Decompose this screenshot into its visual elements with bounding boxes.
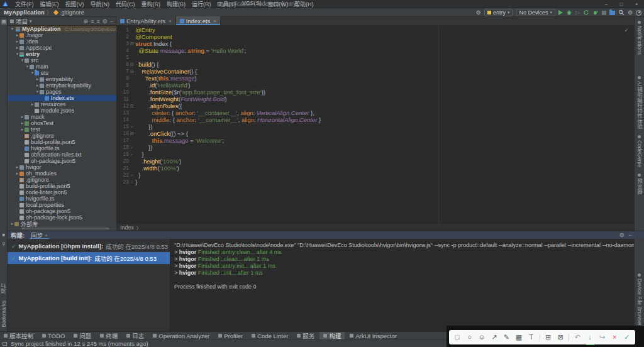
layout-icon[interactable] — [3, 342, 7, 346]
device-file-manager-button[interactable] — [609, 11, 615, 15]
account-avatar[interactable] — [636, 10, 641, 16]
code-line[interactable]: 20 .height('100%') — [116, 158, 634, 165]
pen-tool[interactable]: ✎ — [502, 330, 511, 344]
minimize-button[interactable]: – — [599, 0, 614, 8]
fold-marker[interactable]: ⌐ — [129, 172, 135, 179]
tree-arrow-icon[interactable]: ▸ — [20, 114, 25, 119]
tree-item[interactable]: ▸AppScope — [8, 45, 116, 51]
share-tool[interactable]: ↪ — [598, 330, 606, 344]
tool-window-button-服务[interactable]: 服务 — [293, 332, 318, 340]
tree-item[interactable]: ▸.hvigor — [8, 32, 116, 38]
breadcrumb-struct[interactable]: Index — [120, 224, 134, 231]
code-line[interactable]: 9 .id('HelloWorld') — [116, 82, 634, 89]
right-strip-item-AI辅助编程特性体验[interactable]: AI辅助编程特性体验 — [636, 76, 643, 129]
breadcrumb-project[interactable]: MyApplication — [4, 9, 45, 16]
code-line[interactable]: 15⌐ }) — [116, 123, 634, 130]
tree-item[interactable]: build-profile.json5 — [8, 183, 116, 189]
tree-arrow-icon[interactable]: ▸ — [30, 102, 35, 107]
code-line[interactable]: 4 @State message: string = 'Hello World'… — [116, 47, 634, 54]
tree-arrow-icon[interactable]: ▾ — [30, 70, 35, 75]
tool-window-button-版本控制[interactable]: 版本控制 — [0, 332, 37, 340]
tree-item[interactable]: ▸ohosTest — [8, 120, 116, 126]
text-tool[interactable]: T — [527, 330, 535, 344]
tree-arrow-icon[interactable]: ▸ — [35, 83, 40, 88]
stop-button[interactable] — [602, 11, 606, 15]
right-strip-item-CodeGenie[interactable]: CodeGenie — [636, 135, 643, 167]
tree-arrow-icon[interactable]: ▸ — [15, 165, 19, 170]
mosaic-tool[interactable]: ▦ — [514, 330, 523, 344]
code-line[interactable]: 19⌐ } — [116, 151, 634, 158]
rectangle-tool[interactable]: □ — [453, 330, 462, 344]
close-icon[interactable]: × — [169, 18, 172, 24]
right-strip-item-Notifications[interactable]: Notifications — [636, 21, 643, 55]
tree-item[interactable]: ▾src — [8, 57, 116, 63]
settings-gear-icon[interactable]: ⚙ — [628, 9, 633, 16]
hide-panel-icon[interactable]: − — [628, 232, 631, 238]
fold-marker[interactable]: ⌐ — [129, 123, 135, 130]
tree-arrow-icon[interactable]: ▸ — [15, 33, 19, 38]
panel-gear-icon[interactable]: ⚙ — [619, 232, 625, 238]
save-tool[interactable]: ↓ — [586, 330, 594, 345]
tree-item[interactable]: ▸resources — [8, 101, 116, 107]
tool-window-button-终端[interactable]: 终端 — [96, 332, 121, 340]
code-line[interactable]: 13 center: { anchor: '__container__', al… — [116, 109, 634, 116]
code-line[interactable]: 7⊟ RelativeContainer() { — [116, 68, 634, 75]
breadcrumb-file[interactable]: .gitignore — [60, 9, 84, 16]
code-line[interactable]: 21 .width('100%') — [116, 165, 634, 172]
left-strip-item-Bookmarks[interactable]: Bookmarks — [1, 300, 7, 328]
build-task-row[interactable]: ✓MyApplication [Ohpm Install]: 成功的 在2025… — [8, 240, 170, 252]
code-editor[interactable]: ✓ 1@Entry2@Component3⊟struct Index {4 @S… — [116, 26, 634, 223]
locate-icon[interactable]: ⊕ — [84, 18, 89, 25]
emoji-tool[interactable]: ☺ — [478, 330, 486, 344]
code-line[interactable]: 6⊟ build() { — [116, 61, 634, 68]
fold-marker[interactable]: ⌐ — [129, 144, 135, 151]
code-line[interactable]: 18⌐ }) — [116, 144, 634, 151]
fold-marker[interactable]: ⌐ — [129, 151, 135, 158]
stop-process-icon[interactable]: ■ — [3, 232, 6, 238]
menu-item[interactable]: 导航(N) — [87, 0, 113, 8]
tree-arrow-icon[interactable]: ▾ — [10, 26, 14, 31]
code-line[interactable]: 3⊟struct Index { — [116, 40, 634, 47]
scroll-capture-tool[interactable]: ⊠ — [557, 330, 565, 344]
tool-window-button-日志[interactable]: 日志 — [123, 332, 148, 340]
tree-item[interactable]: local.properties — [8, 202, 116, 208]
tree-item[interactable]: hvigorfile.ts — [8, 196, 116, 202]
hide-panel-icon[interactable]: − — [110, 18, 113, 25]
build-console[interactable]: "D:\Huawei\DevEco Studio\tools\node\node… — [170, 239, 634, 331]
right-strip-item-预览器[interactable]: 预览器 — [636, 174, 643, 195]
tree-item[interactable]: ▸mock — [8, 114, 116, 120]
fold-marker[interactable]: ⊟ — [129, 61, 135, 68]
tree-item[interactable]: ▸test — [8, 126, 116, 133]
build-task-row[interactable]: ✓MyApplication [build init]: 成功的 在2025/4… — [8, 252, 170, 264]
code-line[interactable]: 14 middle: { anchor: '__container__', al… — [116, 116, 634, 123]
undo-tool[interactable]: ↶ — [574, 330, 582, 344]
code-line[interactable]: 12⊟ .alignRules({ — [116, 102, 634, 109]
code-line[interactable]: 11 .fontWeight(FontWeight.Bold) — [116, 96, 634, 102]
device-selector[interactable]: No Devices ▾ — [516, 9, 555, 16]
tree-arrow-icon[interactable]: ▸ — [35, 77, 40, 82]
right-strip-item-Device File Browser[interactable]: Device File Browser — [636, 273, 643, 326]
maximize-button[interactable]: □ — [614, 0, 629, 8]
debug-button[interactable] — [566, 9, 572, 16]
tree-arrow-icon[interactable]: ▸ — [15, 39, 19, 44]
tree-item[interactable]: ▾entry — [8, 51, 116, 57]
tool-window-button-问题[interactable]: 问题 — [70, 332, 95, 340]
tree-item[interactable]: ▸entrybackupability — [8, 82, 116, 89]
code-line[interactable]: 17 this.message = 'Welcome'; — [116, 137, 634, 144]
tree-arrow-icon[interactable]: ▸ — [20, 127, 25, 132]
tree-item[interactable]: ▸.idea — [8, 38, 116, 45]
code-line[interactable]: 23⌐} — [116, 179, 634, 185]
tree-item[interactable]: .gitignore — [8, 133, 116, 139]
tree-item[interactable]: obfuscation-rules.txt — [8, 151, 116, 158]
close-button[interactable]: × — [629, 0, 644, 8]
tree-arrow-icon[interactable]: ▸ — [10, 221, 14, 226]
tree-item[interactable]: build-profile.json5 — [8, 139, 116, 145]
tab-Index.ets[interactable]: Index.ets× — [176, 16, 221, 25]
tree-item[interactable]: oh-package.json5 — [8, 158, 116, 164]
tree-horizontal-scrollbar[interactable] — [21, 228, 109, 229]
tree-item[interactable]: hvigorfile.ts — [8, 145, 116, 151]
tool-window-button-构建[interactable]: 构建 — [319, 332, 345, 340]
collapse-all-icon[interactable]: ≡ — [96, 18, 99, 25]
code-line[interactable]: 1@Entry — [116, 26, 634, 33]
menu-item[interactable]: 代码(C) — [113, 0, 138, 8]
